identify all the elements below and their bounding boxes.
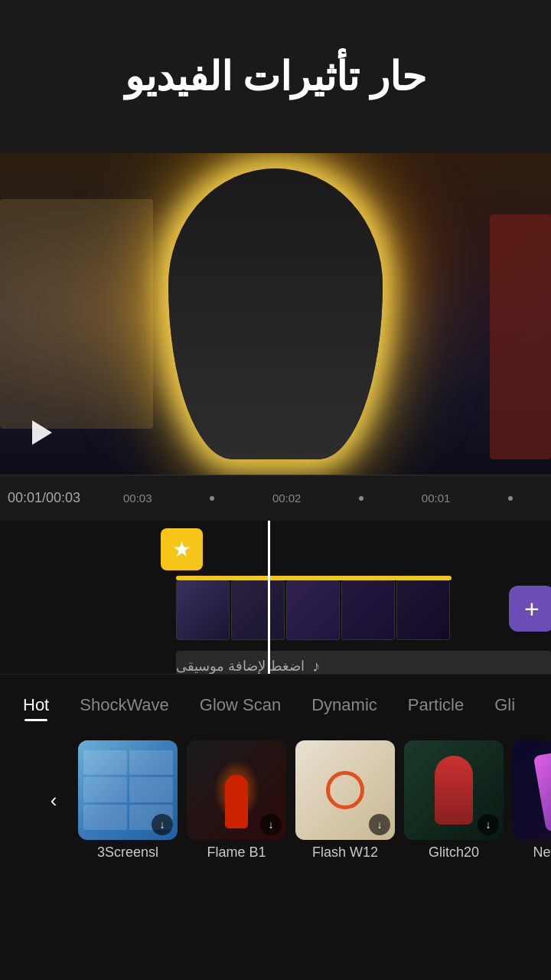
tick-dot-3 xyxy=(508,496,513,501)
tab-dynamic[interactable]: Dynamic xyxy=(296,688,393,727)
effect-thumb-3screens: ↓ xyxy=(78,740,178,840)
timeline-area: 00:01/00:03 00:03 00:02 00:01 xyxy=(0,475,551,521)
tab-shockwave[interactable]: ShockWave xyxy=(64,688,184,727)
clip-thumb-inner-4 xyxy=(342,581,394,639)
current-time-display: 00:01/00:03 xyxy=(8,490,80,506)
scene-left xyxy=(0,199,153,429)
timeline-ticks: 00:03 00:02 00:01 xyxy=(96,492,543,505)
clip-thumb-inner-3 xyxy=(287,581,339,639)
clip-thumb-inner-2 xyxy=(232,581,284,639)
back-arrow-button[interactable]: ‹ xyxy=(38,785,69,815)
music-bar[interactable]: ♪ اضغط لإضافة موسيقى xyxy=(176,651,551,674)
current-time: 00:01 xyxy=(8,490,42,505)
effect-thumb-neonline xyxy=(513,740,551,840)
tab-hot[interactable]: Hot xyxy=(8,688,64,727)
music-bar-label: اضغط لإضافة موسيقى xyxy=(176,658,305,674)
total-time: 00:03 xyxy=(46,490,80,505)
tick-3: 00:01 xyxy=(422,492,451,505)
effect-thumb-flashw12: ↓ xyxy=(295,740,395,840)
scene-right xyxy=(490,214,551,459)
effect-item-glitch20[interactable]: ↓ Glitch20 xyxy=(404,740,504,861)
tick-1: 00:03 xyxy=(123,492,152,505)
video-preview xyxy=(0,153,551,475)
effect-item-3screens[interactable]: ↓ 3Screensl xyxy=(78,740,178,861)
clip-thumb-inner-1 xyxy=(177,581,229,639)
download-badge-glitch20: ↓ xyxy=(478,814,499,835)
tab-particle[interactable]: Particle xyxy=(393,688,479,727)
bike-figure xyxy=(315,752,376,828)
download-badge-flameb1: ↓ xyxy=(260,814,282,835)
clip-thumb-inner-5 xyxy=(397,581,449,639)
clip-timeline: ♪ اضغط لإضافة موسيقى xyxy=(0,521,551,674)
effect-item-flameb1[interactable]: ↓ Flame B1 xyxy=(187,740,286,861)
star-marker[interactable] xyxy=(161,528,203,570)
person-glow-effect xyxy=(168,168,383,459)
download-badge-flashw12: ↓ xyxy=(369,814,390,835)
music-icon: ♪ xyxy=(312,658,320,675)
play-button[interactable] xyxy=(23,413,61,452)
effect-label-flashw12: Flash W12 xyxy=(312,844,378,861)
progress-bar xyxy=(176,576,452,580)
clip-thumb-2[interactable] xyxy=(231,580,285,640)
tab-glitch[interactable]: Gli xyxy=(479,688,530,727)
tick-dot-1 xyxy=(210,496,214,501)
clip-thumb-4[interactable] xyxy=(341,580,395,640)
effect-label-flameb1: Flame B1 xyxy=(207,844,266,861)
effects-grid: ‹ ↓ 3Screensl ↓ Flame xyxy=(0,727,551,873)
page-title: حار تأثيرات الفيديو xyxy=(125,54,426,100)
effect-thumb-glitch20: ↓ xyxy=(404,740,504,840)
effect-label-glitch20: Glitch20 xyxy=(429,844,479,861)
tab-glow-scan[interactable]: Glow Scan xyxy=(184,688,296,727)
effect-item-flashw12[interactable]: ↓ Flash W12 xyxy=(295,740,395,861)
clip-thumb-3[interactable] xyxy=(286,580,340,640)
dancer-figure xyxy=(533,748,551,831)
effect-thumb-flameb1: ↓ xyxy=(187,740,286,840)
effect-item-neonline[interactable]: NeonLine xyxy=(513,740,551,861)
clip-thumb-1[interactable] xyxy=(176,580,230,640)
download-badge-3screens: ↓ xyxy=(152,814,173,835)
effect-label-3screens: 3Screensl xyxy=(97,844,158,861)
clip-row xyxy=(176,580,450,642)
effect-label-neonline: NeonLine xyxy=(533,844,551,861)
add-clip-button[interactable] xyxy=(509,586,551,632)
tick-dot-2 xyxy=(359,496,364,501)
header: حار تأثيرات الفيديو xyxy=(0,0,551,153)
person-figure xyxy=(435,756,473,825)
playhead xyxy=(268,521,270,674)
clip-thumb-5[interactable] xyxy=(396,580,450,640)
tick-2: 00:02 xyxy=(272,492,302,505)
flame-figure xyxy=(210,752,263,828)
effects-tabs: Hot ShockWave Glow Scan Dynamic Particle… xyxy=(0,674,551,727)
